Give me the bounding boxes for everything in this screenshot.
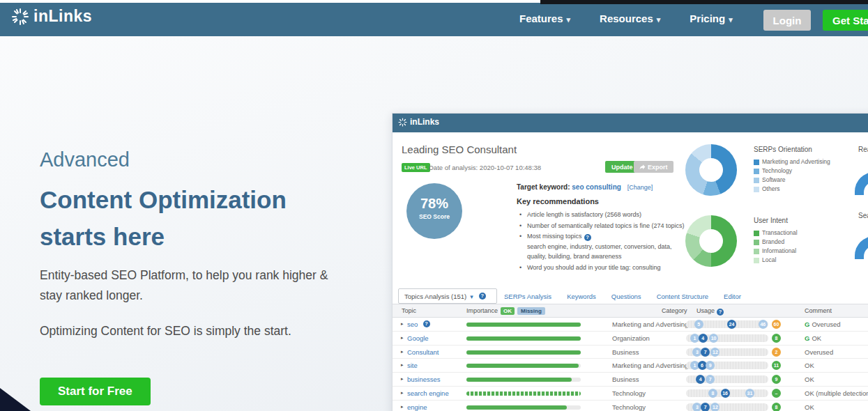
importance-bar-fill xyxy=(466,405,567,410)
usage-count-badge: 9 xyxy=(706,361,715,370)
help-icon[interactable] xyxy=(584,234,591,241)
tab-links: SERPs AnalysisKeywordsQuestionsContent S… xyxy=(504,288,741,304)
importance-bar-track xyxy=(466,378,581,382)
recommendations-title: Key recommendations xyxy=(517,197,599,206)
category-cell: Marketing and Advertising xyxy=(612,320,688,328)
target-keyword-line: Target keyword: seo consulting [Change] xyxy=(517,183,653,191)
expand-caret-icon[interactable] xyxy=(401,390,404,396)
get-started-button[interactable]: Get Started xyxy=(823,10,868,31)
usage-count-badge: 24 xyxy=(727,320,736,329)
tab-content-structure[interactable]: Content Structure xyxy=(657,293,708,300)
usage-count-badge: 7 xyxy=(701,403,710,411)
table-row: GoogleOrganization14108GOK xyxy=(393,332,868,346)
comment-text: OK xyxy=(812,334,821,342)
legend-item: Branded xyxy=(754,238,798,247)
hero-kicker: Advanced xyxy=(40,148,130,171)
legend-label: Marketing and Advertising xyxy=(762,157,830,166)
topic-link[interactable]: seo xyxy=(407,320,418,328)
topic-link[interactable]: Google xyxy=(407,334,429,342)
tab-serps-analysis[interactable]: SERPs Analysis xyxy=(504,293,551,300)
usage-target-badge: 8 xyxy=(772,334,781,343)
importance-bar-fill xyxy=(466,350,581,355)
comment-cell: GOverused xyxy=(805,320,841,328)
importance-bar-fill xyxy=(466,336,581,341)
category-cell: Organization xyxy=(612,334,650,342)
usage-track: 81631 xyxy=(686,389,768,397)
change-keyword-link[interactable]: [Change] xyxy=(627,184,653,191)
importance-bar-track xyxy=(466,323,581,327)
importance-label: Importance xyxy=(466,307,498,314)
chevron-down-icon xyxy=(567,13,571,24)
help-icon[interactable] xyxy=(717,309,724,316)
expand-caret-icon[interactable] xyxy=(401,376,404,382)
missing-filter-badge[interactable]: Missing xyxy=(517,307,545,315)
start-for-free-button[interactable]: Start for Free xyxy=(40,378,151,405)
category-cell: Technology xyxy=(612,403,646,411)
usage-count-badge: 8 xyxy=(708,389,717,398)
legend-swatch xyxy=(754,231,759,236)
recommendation-text: Most missing topics xyxy=(527,233,582,240)
legend-label: Technology xyxy=(762,166,792,176)
topic-link[interactable]: businesses xyxy=(407,375,441,383)
expand-caret-icon[interactable] xyxy=(401,335,404,341)
topic-link[interactable]: Consultant xyxy=(407,348,439,356)
nav-item-pricing[interactable]: Pricing xyxy=(690,13,732,24)
dashboard-header-bar: inLinks xyxy=(393,114,868,132)
export-button[interactable]: Export xyxy=(634,161,673,173)
usage-track: 3712 xyxy=(686,403,768,411)
logo[interactable]: inLinks xyxy=(11,7,92,26)
legend-label: Informational xyxy=(762,247,796,256)
nav-item-resources[interactable]: Resources xyxy=(600,13,660,24)
table-row: engineTechnology37128OK xyxy=(393,401,868,411)
target-keyword-link[interactable]: seo consulting xyxy=(572,183,621,191)
legend-swatch xyxy=(754,249,759,254)
usage-count-badge: 1 xyxy=(690,334,699,343)
export-label: Export xyxy=(648,164,668,171)
expand-caret-icon[interactable] xyxy=(401,349,404,355)
help-icon[interactable] xyxy=(479,293,486,300)
legend-swatch xyxy=(754,240,759,245)
recommendation-text: Article length is satisfactory (2568 wor… xyxy=(527,211,641,218)
col-usage: Usage xyxy=(696,307,724,316)
chevron-down-icon xyxy=(729,13,733,24)
login-button[interactable]: Login xyxy=(763,10,811,31)
page: inLinks FeaturesResourcesPricing Login G… xyxy=(0,0,868,411)
user-intent-chart-title: User Intent xyxy=(754,217,788,224)
chevron-down-icon xyxy=(657,13,661,24)
usage-count-badge: 7 xyxy=(706,375,715,384)
seo-score-label: SEO Score xyxy=(406,213,462,220)
table-row: search engineTechnology81631–OK (multipl… xyxy=(393,387,868,401)
category-cell: Marketing and Advertising xyxy=(612,362,688,369)
nav-item-features[interactable]: Features xyxy=(519,13,570,24)
hero-title-line1: Content Optimization xyxy=(40,181,287,218)
help-icon[interactable] xyxy=(423,320,430,327)
serps-chart-title: SERPs Orientation xyxy=(754,146,812,153)
tab-editor[interactable]: Editor xyxy=(724,293,741,300)
legend-item: Local xyxy=(754,256,798,265)
donut-hole xyxy=(699,229,723,253)
expand-caret-icon[interactable] xyxy=(401,404,404,410)
usage-target-badge: 2 xyxy=(772,348,781,357)
tab-topics-analysis[interactable]: Topics Analysis (151) xyxy=(398,288,497,304)
expand-caret-icon[interactable] xyxy=(401,321,404,327)
analysis-date: Date of analysis: 2020-10-07 10:48:38 xyxy=(429,164,541,171)
usage-count-badge: 12 xyxy=(710,403,719,411)
legend-label: Branded xyxy=(762,238,784,247)
table-row: seoMarketing and Advertising5244660GOver… xyxy=(393,318,868,332)
table-row: siteMarketing and Advertising16911OK xyxy=(393,359,868,373)
comment-cell: OK xyxy=(805,403,814,411)
comment-text: OK xyxy=(805,375,814,383)
expand-caret-icon[interactable] xyxy=(401,362,404,368)
usage-track: 3712 xyxy=(686,348,768,356)
ok-filter-badge[interactable]: OK xyxy=(501,307,515,315)
topic-link[interactable]: engine xyxy=(407,403,427,411)
topic-link[interactable]: site xyxy=(407,362,418,369)
usage-target-badge: 60 xyxy=(772,320,781,329)
tab-keywords[interactable]: Keywords xyxy=(567,293,596,300)
tab-questions[interactable]: Questions xyxy=(611,293,641,300)
topic-link[interactable]: search engine xyxy=(407,389,449,397)
usage-count-badge: 5 xyxy=(694,320,703,329)
importance-bar-fill xyxy=(466,364,579,368)
comment-cell: Overused xyxy=(805,348,833,356)
usage-count-badge: 10 xyxy=(709,334,718,343)
